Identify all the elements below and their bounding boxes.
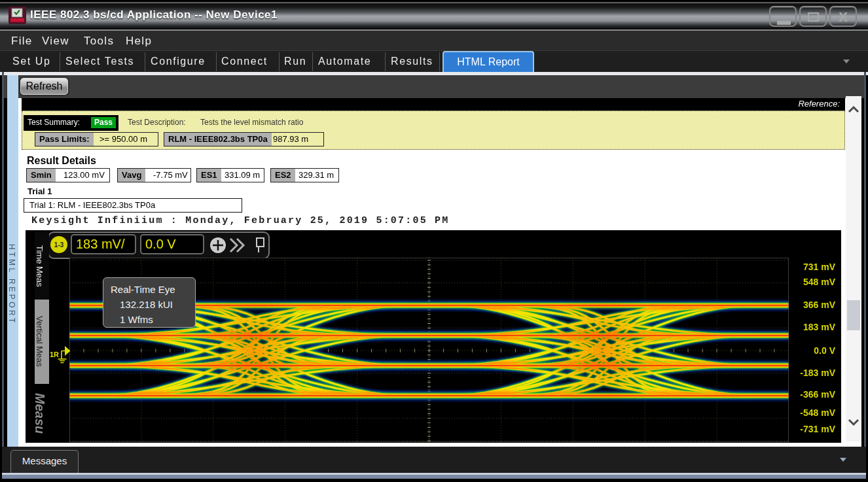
svg-text:1-3: 1-3 — [54, 241, 64, 249]
